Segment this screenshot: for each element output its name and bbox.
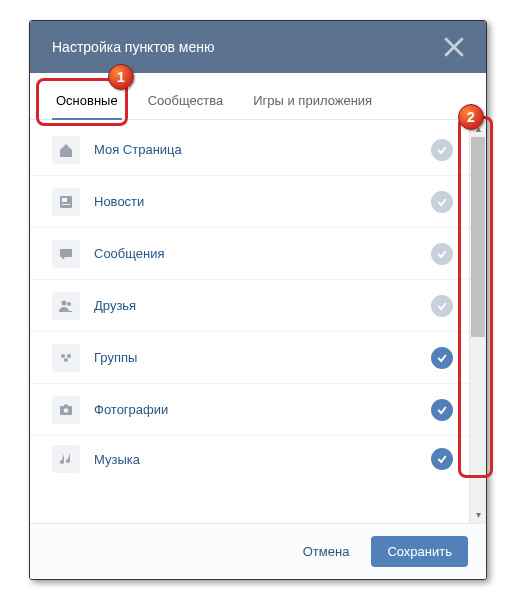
checkmark-toggle[interactable] — [431, 243, 453, 265]
close-button[interactable] — [440, 33, 468, 61]
svg-point-9 — [64, 408, 69, 413]
close-icon — [440, 33, 468, 61]
tab-main[interactable]: Основные — [52, 87, 122, 120]
body: Моя Страница Новости Сообщения Друзья — [30, 120, 486, 523]
home-icon — [52, 136, 80, 164]
cancel-button[interactable]: Отмена — [289, 536, 364, 567]
item-label: Моя Страница — [94, 142, 431, 157]
message-icon — [52, 240, 80, 268]
item-label: Друзья — [94, 298, 431, 313]
dialog-header: Настройка пунктов меню — [30, 21, 486, 73]
menu-list: Моя Страница Новости Сообщения Друзья — [30, 120, 469, 523]
list-item[interactable]: Друзья — [30, 280, 469, 332]
svg-rect-1 — [62, 198, 67, 202]
scrollbar[interactable]: ▴ ▾ — [469, 120, 486, 523]
tab-games[interactable]: Игры и приложения — [249, 87, 376, 119]
dialog-title: Настройка пунктов меню — [52, 39, 214, 55]
list-item[interactable]: Новости — [30, 176, 469, 228]
list-item[interactable]: Музыка — [30, 436, 469, 482]
item-label: Группы — [94, 350, 431, 365]
dialog-footer: Отмена Сохранить — [30, 523, 486, 579]
checkmark-toggle[interactable] — [431, 448, 453, 470]
svg-point-6 — [67, 354, 71, 358]
checkmark-toggle[interactable] — [431, 139, 453, 161]
svg-point-7 — [64, 358, 68, 362]
svg-point-4 — [67, 302, 71, 306]
scroll-down-button[interactable]: ▾ — [470, 506, 486, 523]
checkmark-toggle[interactable] — [431, 295, 453, 317]
item-label: Новости — [94, 194, 431, 209]
svg-point-5 — [61, 354, 65, 358]
list-item[interactable]: Фотографии — [30, 384, 469, 436]
svg-point-3 — [62, 300, 67, 305]
list-item[interactable]: Сообщения — [30, 228, 469, 280]
checkmark-toggle[interactable] — [431, 191, 453, 213]
save-button[interactable]: Сохранить — [371, 536, 468, 567]
item-label: Музыка — [94, 452, 431, 467]
news-icon — [52, 188, 80, 216]
music-icon — [52, 445, 80, 473]
checkmark-toggle[interactable] — [431, 347, 453, 369]
list-item[interactable]: Моя Страница — [30, 124, 469, 176]
checkmark-toggle[interactable] — [431, 399, 453, 421]
tabs: Основные Сообщества Игры и приложения — [30, 73, 486, 120]
annotation-badge-2: 2 — [458, 104, 484, 130]
groups-icon — [52, 344, 80, 372]
list-item[interactable]: Группы — [30, 332, 469, 384]
annotation-badge-1: 1 — [108, 64, 134, 90]
item-label: Фотографии — [94, 402, 431, 417]
item-label: Сообщения — [94, 246, 431, 261]
svg-rect-2 — [62, 204, 70, 205]
photo-icon — [52, 396, 80, 424]
scroll-thumb[interactable] — [471, 137, 485, 337]
tab-communities[interactable]: Сообщества — [144, 87, 228, 119]
friends-icon — [52, 292, 80, 320]
dialog: Настройка пунктов меню Основные Сообщест… — [29, 20, 487, 580]
svg-rect-10 — [64, 404, 68, 406]
